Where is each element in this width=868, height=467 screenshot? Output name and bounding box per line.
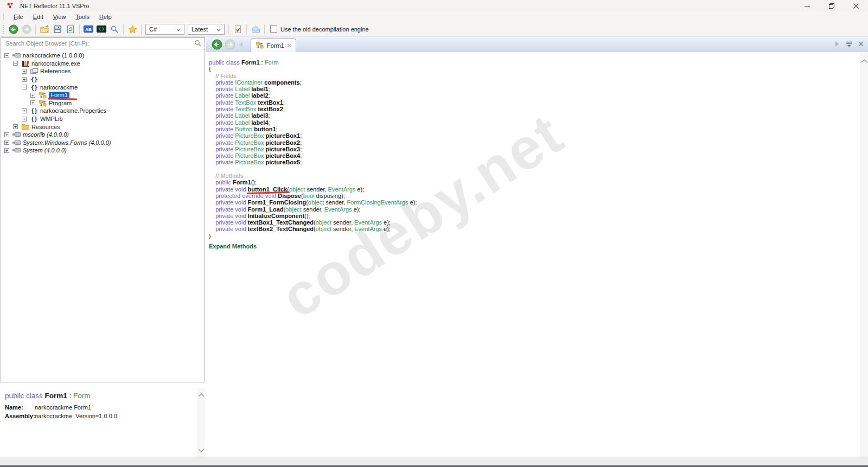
scroll-down-icon[interactable] (198, 447, 205, 453)
menu-help[interactable]: Help (94, 14, 117, 20)
menu-edit[interactable]: Edit (28, 14, 48, 20)
code-token: ; (269, 112, 270, 119)
tree-item-narkocrackme-1-0-0-0[interactable]: −narkocrackme (1.0.0.0) (1, 52, 205, 60)
tab-form1[interactable]: Form1 (251, 39, 296, 52)
tree-label[interactable]: mscorlib (4.0.0.0) (23, 131, 69, 138)
code-line: private TextBox textBox2; (209, 106, 868, 112)
tree-toggle-plus[interactable]: + (4, 132, 9, 137)
tree-toggle-plus[interactable]: + (22, 108, 27, 113)
tree-item-system-windows-forms-4-0-0-0[interactable]: +System.Windows.Forms (4.0.0.0) (1, 139, 205, 147)
tree-label[interactable]: System (4.0.0.0) (23, 147, 67, 153)
code-token: components (264, 79, 299, 86)
tree-item-wmplib[interactable]: +{}WMPLib (1, 115, 205, 123)
tree-label[interactable]: WMPLib (40, 116, 63, 122)
tab-x-icon[interactable] (287, 42, 291, 49)
code-scrollbar[interactable] (860, 53, 868, 457)
code-token: ; (283, 106, 285, 112)
rename-ab-icon[interactable]: AB (82, 23, 95, 35)
old-engine-checkbox[interactable]: Use the old decompilation engine (270, 25, 369, 33)
tree-toggle-plus[interactable]: + (30, 100, 35, 105)
nav-left-disabled-icon[interactable] (237, 38, 245, 51)
code-line: // Fields (209, 73, 868, 79)
tree-toggle-minus[interactable]: − (13, 61, 18, 66)
code-token (209, 193, 215, 199)
tab-scroll-right-icon[interactable] (834, 41, 840, 48)
tree-toggle-plus[interactable]: + (4, 140, 9, 145)
back-icon[interactable] (7, 23, 20, 35)
tree-toggle-plus[interactable]: + (13, 124, 18, 129)
favorites-star-icon[interactable] (126, 23, 139, 35)
open-folder-icon[interactable] (38, 23, 51, 35)
code-token (209, 106, 215, 112)
il-view-icon[interactable] (95, 23, 108, 35)
info-scrollbar[interactable] (197, 388, 205, 457)
close-icon[interactable] (844, 0, 868, 11)
tree-toggle-plus[interactable]: + (22, 69, 27, 74)
tree-item-narkocrackme-properties[interactable]: +{}narkocrackme.Properties (1, 107, 205, 115)
tree-label[interactable]: narkocrackme.exe (31, 60, 80, 67)
code-token: textBox2_TextChanged (248, 226, 314, 232)
checkbox-box[interactable] (270, 25, 277, 33)
tree-item-narkocrackme[interactable]: −{}narkocrackme (1, 83, 205, 91)
nav-forward-icon[interactable] (224, 38, 237, 51)
tree-toggle-plus[interactable]: + (22, 117, 27, 121)
tree-label[interactable]: narkocrackme.Properties (40, 107, 106, 114)
version-select[interactable]: Latest (188, 24, 225, 35)
language-select[interactable]: C# (145, 24, 184, 35)
code-token: textBox1_TextChanged (248, 219, 314, 226)
save-icon[interactable] (51, 23, 64, 35)
search-icon[interactable] (108, 23, 121, 35)
scroll-up-icon[interactable] (861, 57, 867, 457)
restore-icon[interactable] (819, 0, 844, 11)
tree-label[interactable]: narkocrackme (1.0.0.0) (23, 52, 84, 59)
code-token: ; (300, 159, 302, 165)
tree-item-resources[interactable]: +Resources (1, 123, 205, 131)
tree-label[interactable]: System.Windows.Forms (4.0.0.0) (23, 139, 111, 146)
code-token: class (226, 59, 240, 66)
code-token: sender, (331, 219, 354, 226)
tree-item-form1[interactable]: +Form1 (1, 91, 205, 99)
tree-toggle-plus[interactable]: + (30, 93, 35, 98)
tree-label[interactable]: Resources (31, 124, 60, 130)
tree-toggle-minus[interactable]: − (4, 53, 9, 58)
tree-item-references[interactable]: +References (1, 67, 205, 75)
code-line: private void Form1_FormClosing(object se… (209, 199, 868, 206)
expand-methods-link[interactable]: Expand Methods (209, 243, 868, 250)
forward-icon[interactable] (20, 23, 33, 35)
menu-tools[interactable]: Tools (71, 14, 94, 20)
tree-label[interactable]: narkocrackme (40, 84, 78, 91)
minimize-icon[interactable] (795, 0, 819, 11)
tree-item-system-4-0-0-0[interactable]: +System (4.0.0.0) (1, 146, 205, 155)
code-token: sender, (324, 199, 347, 206)
tree-toggle-plus[interactable]: + (22, 77, 27, 82)
code-token: object (308, 199, 324, 206)
code-line: { (209, 66, 868, 72)
code-token: Label (235, 119, 250, 126)
tree-label[interactable]: Form1 (49, 92, 69, 98)
tree-toggle-minus[interactable]: − (22, 85, 27, 89)
scroll-up-icon[interactable] (198, 392, 205, 398)
tab-close-icon[interactable] (858, 41, 864, 48)
code-token: ; (300, 146, 302, 152)
tree-label[interactable]: Program (49, 100, 72, 106)
nav-back-icon[interactable] (210, 38, 224, 51)
code-token (209, 92, 215, 99)
code-token: // Fields (209, 73, 237, 79)
analyzer-check-icon[interactable] (231, 23, 244, 35)
search-input[interactable]: Search Object Browser (Ctrl-F); (1, 38, 205, 49)
tree-item-narkocrackme-exe[interactable]: −narkocrackme.exe (1, 60, 205, 68)
menu-file[interactable]: File (9, 14, 28, 20)
tree-label[interactable]: - (40, 76, 42, 82)
tree-label[interactable]: References (40, 68, 71, 74)
code-token: object (285, 206, 301, 213)
code-token: disposing); (315, 193, 345, 199)
tree-item-mscorlib-4-0-0-0[interactable]: +mscorlib (4.0.0.0) (1, 131, 205, 139)
refresh-icon[interactable] (64, 23, 77, 35)
code-token: e); (382, 226, 391, 232)
tab-list-icon[interactable] (846, 41, 852, 48)
tree-toggle-plus[interactable]: + (4, 148, 9, 153)
tree-item-program[interactable]: +Program (1, 99, 205, 107)
tree-item-[interactable]: +{}- (1, 75, 205, 84)
feedback-envelope-icon[interactable] (249, 23, 262, 35)
menu-view[interactable]: View (48, 14, 71, 20)
